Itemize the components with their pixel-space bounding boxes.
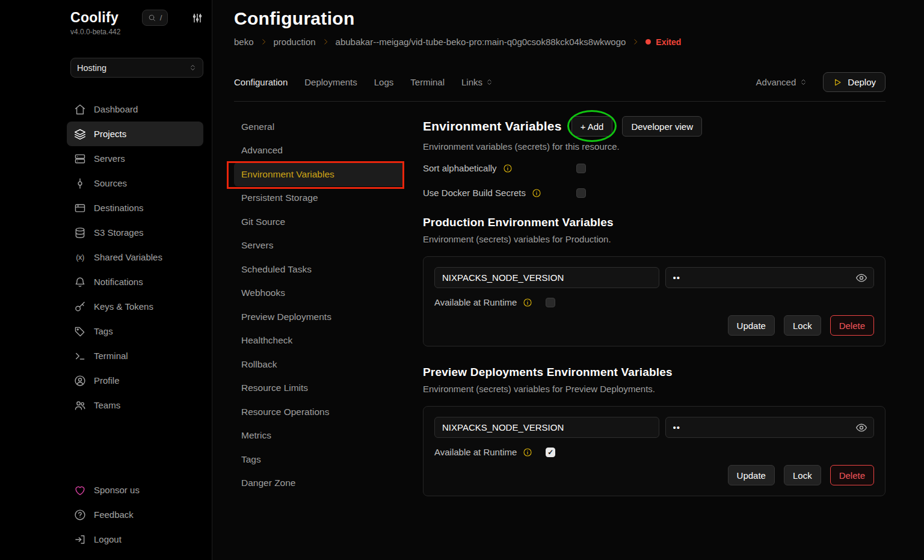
- available-at-runtime-label: Available at Runtime: [434, 447, 517, 457]
- subnav-item-git-source[interactable]: Git Source: [234, 210, 404, 234]
- available-at-runtime-checkbox[interactable]: [546, 298, 555, 307]
- available-at-runtime-checkbox[interactable]: [546, 448, 555, 457]
- info-icon: [532, 188, 541, 198]
- subnav-item-general[interactable]: General: [234, 115, 404, 139]
- chevron-right-icon: [322, 38, 330, 46]
- sidebar-item-keys-tokens[interactable]: Keys & Tokens: [67, 294, 203, 319]
- tab-links-label: Links: [461, 77, 482, 87]
- tab-configuration[interactable]: Configuration: [234, 77, 288, 87]
- status-dot-icon: [645, 39, 651, 45]
- available-at-runtime-label: Available at Runtime: [434, 297, 517, 307]
- subnav-item-rollback[interactable]: Rollback: [234, 352, 404, 377]
- section-subtitle: Environment variables (secrets) for this…: [423, 141, 886, 152]
- tab-deployments[interactable]: Deployments: [304, 77, 357, 87]
- available-at-runtime-row: Available at Runtime: [434, 297, 874, 307]
- team-select[interactable]: Hosting: [70, 58, 203, 78]
- sidebar-item-sources[interactable]: Sources: [67, 171, 203, 195]
- subnav-item-tags[interactable]: Tags: [234, 448, 404, 472]
- sort-alphabetically-row: Sort alphabetically: [423, 163, 886, 173]
- info-icon: [503, 164, 513, 173]
- subnav-item-healthcheck[interactable]: Healthcheck: [234, 329, 404, 353]
- info-icon: [523, 448, 532, 457]
- sidebar-item-label: Profile: [94, 375, 120, 386]
- sidebar: Coolify / v4.0.0-beta.442 Hosting Dashbo…: [0, 0, 212, 560]
- variable-value-input[interactable]: [665, 267, 875, 288]
- subnav-item-resource-limits[interactable]: Resource Limits: [234, 377, 404, 401]
- subnav-item-scheduled-tasks[interactable]: Scheduled Tasks: [234, 257, 404, 282]
- sidebar-item-label: Logout: [94, 534, 122, 544]
- chevron-up-down-icon: [799, 78, 807, 86]
- header-divider: [234, 101, 886, 102]
- sidebar-item-servers[interactable]: Servers: [67, 146, 203, 171]
- subnav-item-advanced[interactable]: Advanced: [234, 139, 404, 163]
- sidebar-item-logout[interactable]: Logout: [67, 527, 203, 552]
- subnav-item-persistent-storage[interactable]: Persistent Storage: [234, 186, 404, 211]
- tag-icon: [74, 325, 86, 337]
- sidebar-item-shared-variables[interactable]: (x) Shared Variables: [67, 245, 203, 269]
- add-variable-button[interactable]: + Add: [571, 116, 613, 137]
- breadcrumb-item-team[interactable]: beko: [234, 37, 254, 47]
- variable-key-input[interactable]: [434, 417, 659, 438]
- delete-button[interactable]: Delete: [830, 315, 874, 336]
- update-button[interactable]: Update: [728, 465, 775, 485]
- tab-logs[interactable]: Logs: [374, 77, 394, 87]
- breadcrumb-item-environment[interactable]: production: [274, 37, 316, 47]
- preview-section-subtitle: Environment (secrets) variables for Prev…: [423, 384, 886, 394]
- variable-value-input[interactable]: [665, 417, 875, 438]
- subnav-item-danger-zone[interactable]: Danger Zone: [234, 472, 404, 496]
- layers-icon: [74, 128, 86, 140]
- sidebar-item-tags[interactable]: Tags: [67, 319, 203, 343]
- subnav-item-webhooks[interactable]: Webhooks: [234, 282, 404, 306]
- sidebar-item-teams[interactable]: Teams: [67, 393, 203, 417]
- eye-icon: [855, 272, 867, 284]
- subnav-item-preview-deployments[interactable]: Preview Deployments: [234, 305, 404, 329]
- breadcrumb-item-resource[interactable]: abubakar--meigag/vid-tube-beko-pro:main-…: [336, 37, 626, 47]
- sidebar-item-s3-storages[interactable]: S3 Storages: [67, 220, 203, 245]
- deploy-button[interactable]: Deploy: [823, 72, 886, 92]
- sidebar-item-notifications[interactable]: Notifications: [67, 269, 203, 294]
- sidebar-item-label: S3 Storages: [94, 227, 144, 238]
- sidebar-item-label: Sponsor us: [94, 485, 140, 495]
- eye-icon: [855, 422, 867, 434]
- play-icon: [833, 78, 842, 87]
- app-window: Coolify / v4.0.0-beta.442 Hosting Dashbo…: [0, 0, 924, 560]
- sidebar-item-terminal[interactable]: Terminal: [67, 343, 203, 368]
- sidebar-item-label: Tags: [94, 326, 113, 336]
- advanced-dropdown[interactable]: Advanced: [756, 77, 808, 87]
- sidebar-nav: Dashboard Projects Servers Sources Desti…: [70, 97, 203, 417]
- sidebar-item-label: Destinations: [94, 203, 144, 213]
- tab-links[interactable]: Links: [461, 77, 493, 87]
- sidebar-item-projects[interactable]: Projects: [67, 122, 203, 146]
- reveal-value-button[interactable]: [855, 422, 867, 434]
- search-input[interactable]: /: [142, 10, 168, 26]
- terminal-icon: [74, 350, 86, 362]
- chevron-right-icon: [260, 38, 268, 46]
- sidebar-item-label: Projects: [94, 129, 126, 139]
- lock-button[interactable]: Lock: [784, 315, 821, 336]
- sidebar-item-feedback[interactable]: Feedback: [67, 502, 203, 527]
- subnav-item-resource-operations[interactable]: Resource Operations: [234, 400, 404, 424]
- subnav-item-servers[interactable]: Servers: [234, 234, 404, 258]
- sidebar-item-destinations[interactable]: Destinations: [67, 195, 203, 220]
- sidebar-item-dashboard[interactable]: Dashboard: [67, 97, 203, 122]
- delete-button[interactable]: Delete: [830, 465, 874, 485]
- filters-icon[interactable]: [191, 12, 203, 24]
- reveal-value-button[interactable]: [855, 272, 867, 284]
- subnav-item-environment-variables[interactable]: Environment Variables: [234, 162, 404, 186]
- tab-terminal[interactable]: Terminal: [410, 77, 445, 87]
- lock-button[interactable]: Lock: [784, 465, 821, 485]
- app-version: v4.0.0-beta.442: [70, 28, 203, 36]
- sidebar-item-profile[interactable]: Profile: [67, 368, 203, 393]
- main-content: Configuration beko production abubakar--…: [212, 0, 924, 560]
- subnav-item-metrics[interactable]: Metrics: [234, 424, 404, 448]
- update-button[interactable]: Update: [728, 315, 775, 336]
- developer-view-button[interactable]: Developer view: [622, 116, 702, 137]
- variable-key-input[interactable]: [434, 267, 659, 288]
- sort-alphabetically-checkbox[interactable]: [576, 164, 586, 173]
- sidebar-item-label: Sources: [94, 178, 127, 188]
- database-icon: [74, 227, 86, 239]
- sidebar-item-label: Notifications: [94, 277, 143, 287]
- sidebar-item-sponsor-us[interactable]: Sponsor us: [67, 478, 203, 502]
- docker-build-secrets-checkbox[interactable]: [576, 188, 586, 198]
- sort-alphabetically-label: Sort alphabetically: [423, 163, 497, 173]
